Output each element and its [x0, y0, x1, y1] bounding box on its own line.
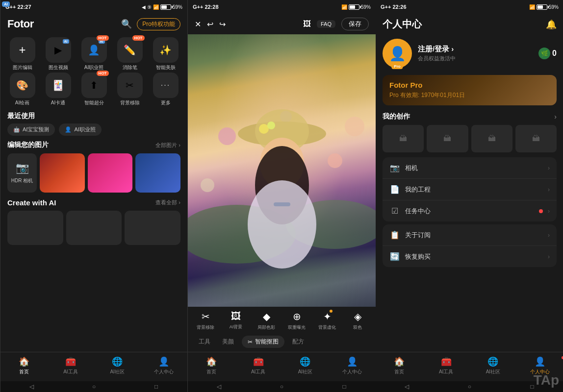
- tab-tools[interactable]: 工具: [195, 336, 214, 348]
- recent-tag-portrait[interactable]: 👤 AI职业照: [59, 123, 101, 136]
- panel-home: G++ 22:27 ◀ ⑨ 📶 59% Fotor 🔍 Pro特权功能 + 图片…: [0, 0, 188, 392]
- sys-bar-2: ◁ ○ □: [188, 381, 376, 392]
- pro-card[interactable]: Fotor Pro Pro 有效期: 1970年01月01日: [383, 75, 557, 105]
- ai-card-1[interactable]: [7, 211, 63, 245]
- svg-rect-14: [274, 202, 290, 206]
- pro-button[interactable]: Pro特权功能: [137, 18, 180, 30]
- tool-icon-add: +: [10, 37, 35, 63]
- battery-icon-1: [160, 4, 171, 10]
- menu-tasks[interactable]: ☑ 任务中心: [383, 200, 557, 221]
- strip-local-color[interactable]: ◆ 局部色彩: [252, 311, 281, 331]
- strip-bg-blur[interactable]: ✦ 背景虚化: [312, 311, 342, 331]
- nav-ai-community-3[interactable]: 🌐 AI社区: [470, 356, 517, 375]
- menu-projects[interactable]: 📄 我的工程: [383, 179, 557, 200]
- work-thumb-4[interactable]: 🏔: [515, 125, 557, 152]
- profile-info: 注册/登录 › 会员权益激活中: [418, 45, 533, 62]
- back-btn-3[interactable]: ◁: [402, 382, 412, 392]
- works-title: 我的创作: [383, 112, 410, 121]
- home-btn-1[interactable]: ○: [89, 382, 99, 392]
- faq-badge[interactable]: FAQ: [317, 20, 335, 28]
- strip-ai-bg[interactable]: 🖼 AI背景: [221, 311, 251, 331]
- works-arrow[interactable]: ›: [554, 113, 557, 121]
- work-thumb-3[interactable]: 🏔: [471, 125, 512, 152]
- nav-home-2[interactable]: 🏠 首页: [188, 356, 235, 375]
- tool-icon-draw: 🎨: [10, 73, 35, 98]
- menu-projects-label: 我的工程: [405, 185, 543, 194]
- nav-ai-tools-3[interactable]: 🧰 AI工具: [423, 356, 470, 375]
- camera-icon: 📷: [389, 163, 400, 172]
- home-btn-3[interactable]: ○: [464, 382, 474, 392]
- menu-subscription[interactable]: 📋 关于订阅: [383, 224, 557, 246]
- create-ai-more[interactable]: 查看全部 ›: [155, 199, 180, 206]
- ai-card-2[interactable]: [66, 211, 122, 245]
- nav-ai-community-2[interactable]: 🌐 AI社区: [282, 356, 329, 375]
- tool-bg-remove[interactable]: ✂ 背景移除: [113, 73, 147, 106]
- edit-section-title: 编辑您的图片: [7, 141, 49, 149]
- edit-more-link[interactable]: 全部图片 ›: [155, 142, 180, 149]
- nav-home-1[interactable]: 🏠 首页: [0, 356, 47, 375]
- tool-image-edit[interactable]: + 图片编辑: [5, 37, 39, 71]
- profile-section[interactable]: 👤 Pro 注册/登录 › 会员权益激活中 🌿 0: [376, 35, 563, 72]
- recents-btn-2[interactable]: □: [339, 382, 349, 392]
- save-button[interactable]: 保存: [341, 18, 369, 30]
- edit-card-3[interactable]: [135, 153, 180, 193]
- strip-double-exposure[interactable]: ⊕ 双重曝光: [282, 311, 311, 331]
- search-icon[interactable]: 🔍: [121, 19, 132, 29]
- tool-erase[interactable]: ✏️ HOT 消除笔: [113, 37, 147, 71]
- tool-icon-video: ▶ AI: [46, 37, 71, 63]
- work-thumb-2[interactable]: 🏔: [427, 125, 468, 152]
- tool-label-cartoon: AI卡通: [51, 100, 65, 106]
- tool-more[interactable]: ··· 更多: [149, 73, 182, 106]
- nav-home-3[interactable]: 🏠 首页: [376, 356, 423, 375]
- hdr-camera-card[interactable]: 📷 HDR 相机 AI: [7, 153, 37, 193]
- tool-ai-portrait[interactable]: 👤 AI HOT AI职业照: [77, 37, 111, 71]
- edit-card-1[interactable]: [40, 153, 85, 193]
- nav-ai-tools-2[interactable]: 🧰 AI工具: [235, 356, 282, 375]
- recents-btn-1[interactable]: □: [152, 382, 161, 392]
- nav-ai-tools-1[interactable]: 🧰 AI工具: [47, 356, 94, 375]
- bell-icon[interactable]: 🔔: [546, 19, 557, 30]
- tool-superres[interactable]: ⬆ HOT 智能超分: [77, 73, 111, 106]
- menu-restore[interactable]: 🔄 恢复购买: [383, 246, 557, 267]
- tool-label-image-edit: 图片编辑: [13, 65, 32, 71]
- tool-beauty[interactable]: ✨ 智能美肤: [149, 37, 182, 71]
- work-thumb-1[interactable]: 🏔: [383, 125, 424, 152]
- nav-profile-2[interactable]: 👤 个人中心: [329, 356, 376, 375]
- menu-arrow-restore: [548, 253, 550, 260]
- tool-ai-draw[interactable]: 🎨 AI绘画: [5, 73, 39, 106]
- nav-profile-1[interactable]: 👤 个人中心: [141, 356, 187, 375]
- strip-duotone[interactable]: ◈ 双色: [343, 311, 372, 331]
- recent-tag-baby[interactable]: 🤖 AI宝宝预测: [7, 123, 55, 136]
- tool-icon-cartoon: 🃏: [46, 73, 71, 98]
- recent-tags: 🤖 AI宝宝预测 👤 AI职业照: [0, 122, 187, 139]
- nav-ai-community-1[interactable]: 🌐 AI社区: [94, 356, 141, 375]
- tasks-icon: ☑: [389, 206, 400, 216]
- menu-camera[interactable]: 📷 相机: [383, 157, 557, 179]
- status-time-3: G++ 22:26: [381, 4, 407, 10]
- tab-cutout[interactable]: ✂ 智能抠图: [242, 336, 284, 348]
- edit-grid: 📷 HDR 相机 AI: [0, 151, 187, 196]
- works-header: 我的创作 ›: [383, 112, 557, 121]
- menu-arrow-camera: [548, 165, 550, 172]
- tool-ai-cartoon[interactable]: 🃏 AI卡通: [41, 73, 75, 106]
- tab-beauty[interactable]: 美颜: [218, 336, 238, 348]
- edit-card-2[interactable]: [88, 153, 133, 193]
- back-btn-1[interactable]: ◁: [27, 382, 37, 392]
- panel-profile: G++ 22:26 📶 59% 个人中心 🔔 👤 Pro 注册/登录 › 会员权…: [376, 0, 563, 392]
- tool-video[interactable]: ▶ AI 图生视频: [41, 37, 75, 71]
- ai-card-3[interactable]: [125, 211, 180, 245]
- menu-camera-label: 相机: [405, 164, 543, 172]
- app-logo: Fotor: [7, 18, 34, 30]
- menu-arrow-projects: [548, 186, 550, 193]
- tab-formula[interactable]: 配方: [288, 336, 308, 348]
- image-icon[interactable]: 🖼: [303, 20, 311, 28]
- undo-icon[interactable]: ↩: [207, 20, 213, 29]
- close-icon[interactable]: ✕: [195, 20, 201, 29]
- redo-icon[interactable]: ↪: [219, 20, 226, 29]
- strip-bg-remove[interactable]: ✂ 背景移除: [191, 311, 220, 331]
- profile-name: 注册/登录 ›: [418, 45, 533, 54]
- svg-point-2: [218, 127, 236, 145]
- home-btn-2[interactable]: ○: [277, 382, 286, 392]
- edit-section-header: 编辑您的图片 全部图片 ›: [0, 139, 187, 151]
- back-btn-2[interactable]: ◁: [214, 382, 224, 392]
